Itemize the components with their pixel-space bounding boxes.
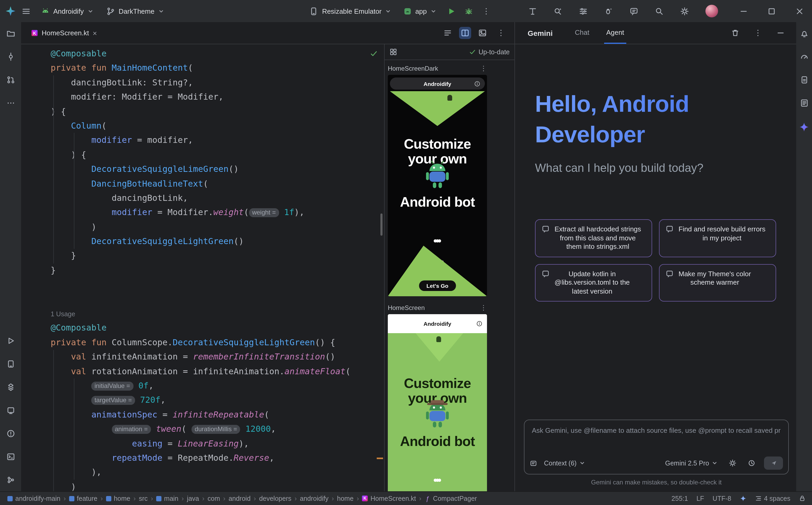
code-line[interactable]: easing = LinearEasing), — [51, 436, 384, 451]
code-line[interactable]: @Composable — [51, 46, 384, 61]
project-selector[interactable]: Androidify — [36, 4, 98, 18]
design-view-button[interactable] — [476, 27, 489, 39]
code-line[interactable]: val infiniteAnimation = rememberInfinite… — [51, 349, 384, 364]
profiler-button[interactable] — [799, 51, 810, 62]
breadcrumb-item[interactable]: androidify — [300, 495, 328, 502]
code-line[interactable] — [51, 278, 384, 292]
ai-bug-insights-button[interactable] — [601, 4, 616, 18]
close-button[interactable] — [793, 4, 807, 18]
breadcrumb-item[interactable]: home — [106, 495, 130, 502]
terminal-button[interactable] — [5, 451, 16, 462]
code-line[interactable]: Column( — [51, 119, 384, 133]
preview-more-icon[interactable]: ⋮ — [480, 304, 487, 312]
code-line[interactable]: ) — [51, 479, 384, 491]
version-control-button[interactable] — [5, 474, 16, 486]
chat-sync-button[interactable] — [627, 4, 641, 18]
breadcrumb-item[interactable]: KHomeScreen.kt — [362, 495, 416, 502]
file-encoding[interactable]: UTF-8 — [712, 495, 731, 502]
profile-avatar[interactable] — [703, 2, 721, 20]
code-line[interactable]: @Composable — [51, 321, 384, 335]
breadcrumb-item[interactable]: developers — [259, 495, 291, 502]
code-line[interactable]: animation = tween( durationMillis = 1200… — [51, 422, 384, 436]
code-line[interactable]: ) { — [51, 147, 384, 162]
gemini-input[interactable] — [525, 420, 788, 435]
readonly-toggle[interactable] — [799, 495, 806, 502]
caret-position[interactable]: 255:1 — [671, 495, 688, 502]
code-line[interactable]: animationSpec = infiniteRepeatable( — [51, 407, 384, 422]
run-button[interactable] — [444, 4, 459, 18]
code-line[interactable]: private fun MainHomeContent( — [51, 61, 384, 75]
warning-stripe-mark[interactable] — [377, 458, 383, 459]
commit-tool-button[interactable] — [5, 51, 16, 62]
code-line[interactable]: } — [51, 263, 384, 278]
notifications-button[interactable] — [799, 28, 810, 39]
split-view-button[interactable] — [459, 27, 471, 39]
emulator-button[interactable] — [5, 405, 16, 416]
prompt-box[interactable]: Context (6) Gemini 2.5 Pro — [524, 419, 789, 474]
code-line[interactable]: val rotationAnimation = infiniteAnimatio… — [51, 364, 384, 378]
suggestion-card[interactable]: Extract all hardcoded strings from this … — [535, 219, 652, 257]
filter-sliders-button[interactable] — [576, 4, 590, 18]
code-line[interactable] — [51, 292, 384, 306]
code-line[interactable]: DecorativeSquiggleLightGreen() — [51, 234, 384, 248]
device-explorer-button[interactable] — [799, 74, 810, 86]
code-line[interactable]: modifier = modifier, — [51, 133, 384, 148]
breadcrumb-item[interactable]: main — [156, 495, 178, 502]
branch-selector[interactable]: DarkTheme — [101, 4, 169, 18]
breadcrumb-item[interactable]: com — [208, 495, 220, 502]
breadcrumb-item[interactable]: src — [139, 495, 147, 502]
letter-t-tool-button[interactable] — [526, 4, 540, 18]
tab-agent[interactable]: Agent — [604, 22, 626, 44]
logcat-button[interactable] — [799, 98, 810, 109]
ai-completion-status[interactable] — [740, 495, 746, 502]
context-selector[interactable]: Context (6) — [541, 457, 588, 469]
model-selector[interactable]: Gemini 2.5 Pro — [663, 457, 720, 469]
gemini-tool-button[interactable] — [798, 121, 810, 133]
suggestion-card[interactable]: Update kotlin in @libs.version.toml to t… — [535, 264, 652, 302]
code-line[interactable]: ) — [51, 219, 384, 234]
minimize-button[interactable] — [736, 4, 751, 18]
hide-panel-button[interactable] — [774, 26, 788, 40]
gemini-options-button[interactable] — [751, 26, 765, 40]
search-everywhere-button[interactable] — [652, 4, 666, 18]
preview-layout-icon[interactable] — [389, 48, 397, 56]
device-manager-button[interactable] — [5, 358, 16, 369]
maximize-button[interactable] — [765, 4, 779, 18]
problems-button[interactable] — [5, 428, 16, 439]
preview-more-icon[interactable]: ⋮ — [480, 64, 487, 72]
code-line[interactable]: DecorativeSquiggleLimeGreen() — [51, 162, 384, 176]
pull-requests-tool-button[interactable] — [5, 74, 16, 86]
scrollbar-thumb[interactable] — [380, 213, 382, 235]
settings-button[interactable] — [678, 4, 692, 18]
suggestion-card[interactable]: Find and resolve build errors in my proj… — [659, 219, 776, 257]
history-button[interactable] — [745, 457, 758, 470]
device-selector[interactable]: Resizable Emulator — [305, 4, 396, 18]
send-button[interactable] — [764, 457, 783, 470]
breadcrumb-item[interactable]: android — [228, 495, 250, 502]
code-line[interactable]: initialValue = 0f, — [51, 378, 384, 393]
code-view-button[interactable] — [442, 27, 454, 39]
more-actions-button[interactable] — [479, 4, 493, 18]
breadcrumb-item[interactable]: feature — [69, 495, 97, 502]
code-line[interactable]: dancingBotLink, — [51, 191, 384, 205]
main-menu-button[interactable] — [19, 4, 33, 18]
code-line[interactable]: ) { — [51, 104, 384, 119]
code-line[interactable]: 1 Usage — [51, 306, 384, 321]
code-line[interactable]: modifier = Modifier.weight(weight = 1f), — [51, 205, 384, 220]
line-separator[interactable]: LF — [696, 495, 704, 502]
inspections-ok-icon[interactable] — [370, 49, 378, 57]
clear-chat-button[interactable] — [728, 26, 742, 40]
code-line[interactable]: repeatMode = RepeatMode.Reverse, — [51, 451, 384, 465]
code-line[interactable]: private fun ColumnScope.DecorativeSquigg… — [51, 335, 384, 350]
code-line[interactable]: ), — [51, 465, 384, 480]
breadcrumb-item[interactable]: java — [187, 495, 199, 502]
code-line[interactable]: DancingBotHeadlineText( — [51, 176, 384, 191]
breadcrumb-item[interactable]: androidify-main — [7, 495, 61, 502]
breadcrumb-item[interactable]: home — [337, 495, 354, 502]
run-configuration-selector[interactable]: app — [399, 4, 441, 18]
indent-config[interactable]: 4 spaces — [755, 495, 790, 502]
ai-search-button[interactable] — [551, 4, 565, 18]
phone-preview-light[interactable]: Androidify Customize your own — [388, 314, 487, 491]
prompt-settings-button[interactable] — [726, 457, 739, 470]
code-line[interactable]: dancingBotLink: String?, — [51, 75, 384, 90]
